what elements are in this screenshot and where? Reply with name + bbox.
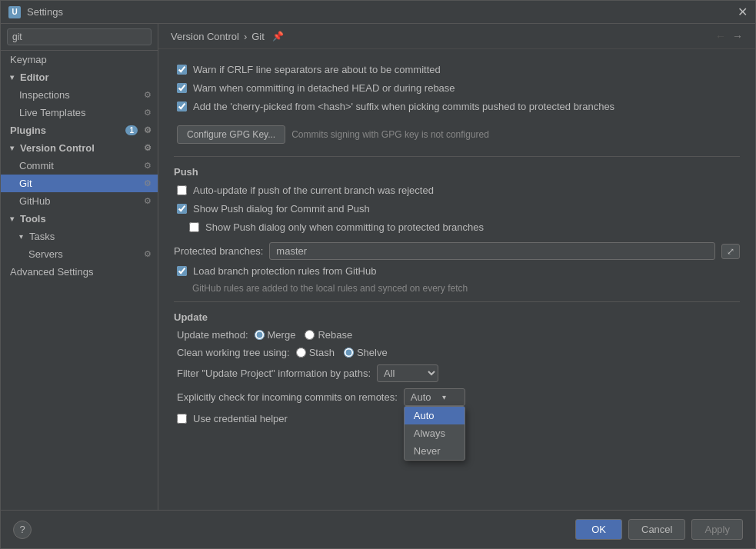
checkbox-cherry-pick-label: Add the 'cherry-picked from <hash>' suff… [193,100,614,114]
radio-shelve-label: Shelve [357,347,388,358]
gear-icon: ⚙ [144,125,152,135]
pin-icon: 📌 [272,31,284,42]
protected-expand-button[interactable]: ⤢ [721,244,740,259]
radio-shelve[interactable]: Shelve [344,347,388,358]
incoming-dropdown-button[interactable]: Auto ▾ [404,388,465,406]
dialog-body: Keymap ▾ Editor Inspections ⚙ [1,24,755,510]
nav-back-arrow[interactable]: ← [715,30,726,42]
dialog-footer: ? OK Cancel Apply [1,510,755,548]
sidebar-item-live-templates[interactable]: Live Templates ⚙ [1,104,158,121]
sidebar-item-label: Git [19,178,32,189]
sidebar-item-github[interactable]: GitHub ⚙ [1,192,158,210]
sidebar-item-label: Advanced Settings [10,266,93,278]
checkbox-show-push-input[interactable] [177,204,187,214]
sidebar-item-tasks[interactable]: ▾ Tasks [1,228,158,245]
protected-branches-label: Protected branches: [174,245,263,257]
radio-rebase-input[interactable] [305,330,315,340]
content-area: Warn if CRLF line separators are about t… [158,49,755,510]
gear-icon: ⚙ [144,108,152,118]
checkbox-show-push-protected-input[interactable] [189,222,199,232]
filter-paths-row: Filter "Update Project" information by p… [174,364,740,382]
configure-gpg-message: Commits signing with GPG key is not conf… [291,129,489,140]
checkbox-cherry-pick-input[interactable] [177,101,187,111]
radio-rebase[interactable]: Rebase [305,329,352,341]
checkbox-cherry-pick: Add the 'cherry-picked from <hash>' suff… [174,100,740,114]
sidebar: Keymap ▾ Editor Inspections ⚙ [1,24,158,510]
checkbox-load-branch-label: Load branch protection rules from GitHub [193,265,376,278]
checkbox-warn-crlf-input[interactable] [177,65,187,75]
radio-merge-input[interactable] [255,330,265,340]
window-title: Settings [27,6,63,18]
sidebar-item-servers[interactable]: Servers ⚙ [1,245,158,263]
nav-arrows: ← → [715,30,743,42]
breadcrumb-parent: Version Control [171,31,239,42]
checkbox-use-credential-input[interactable] [177,414,187,424]
github-rules-helper: GitHub rules are added to the local rule… [174,283,740,294]
cancel-button[interactable]: Cancel [628,519,685,540]
configure-gpg-button[interactable]: Configure GPG Key... [177,125,285,144]
sidebar-item-label: Servers [28,248,63,260]
expand-arrow-tasks: ▾ [19,232,23,241]
checkbox-show-push-dialog: Show Push dialog for Commit and Push [174,202,740,216]
radio-stash-label: Stash [309,347,335,358]
nav-forward-arrow[interactable]: → [732,30,743,42]
app-icon: U [8,6,21,18]
search-input[interactable] [7,28,152,45]
radio-stash[interactable]: Stash [296,347,335,358]
checkbox-warn-detached-input[interactable] [177,83,187,93]
sidebar-item-inspections[interactable]: Inspections ⚙ [1,86,158,104]
update-method-radio-group: Merge Rebase [255,329,353,341]
expand-arrow-editor: ▾ [10,73,14,82]
checkbox-load-branch-input[interactable] [177,266,187,276]
breadcrumb: Version Control › Git 📌 [171,31,284,42]
checkbox-use-credential-label: Use credential helper [193,412,288,426]
dropdown-arrow-icon: ▾ [442,393,446,401]
incoming-dropdown-value: Auto [411,391,431,403]
sidebar-item-editor[interactable]: ▾ Editor [1,68,158,86]
help-button[interactable]: ? [13,521,32,539]
filter-paths-select[interactable]: All Staged Modified [377,364,438,382]
checkbox-show-push-protected: Show Push dialog only when committing to… [174,221,740,235]
title-bar-left: U Settings [8,6,63,18]
sidebar-item-advanced-settings[interactable]: Advanced Settings [1,263,158,281]
gear-icon: ⚙ [144,196,152,206]
protected-branches-input[interactable] [269,242,715,260]
sidebar-item-label: Plugins [10,125,46,136]
incoming-commits-label: Explicitly check for incoming commits on… [177,391,398,403]
apply-button[interactable]: Apply [691,519,743,540]
checkbox-load-branch-protection: Load branch protection rules from GitHub [174,265,740,278]
gear-icon: ⚙ [144,178,152,188]
sidebar-item-label: Live Templates [19,107,85,118]
search-box [1,24,158,51]
breadcrumb-bar: Version Control › Git 📌 ← → [158,24,755,49]
sidebar-item-label: Commit [19,160,54,171]
radio-merge[interactable]: Merge [255,329,296,341]
checkbox-auto-update-label: Auto-update if push of the current branc… [193,184,434,198]
sidebar-item-plugins[interactable]: Plugins 1 ⚙ [1,121,158,139]
sidebar-item-tools[interactable]: ▾ Tools [1,210,158,228]
checkbox-auto-update-input[interactable] [177,185,187,195]
radio-stash-input[interactable] [296,348,306,358]
configure-gpg-row: Configure GPG Key... Commits signing wit… [177,121,740,148]
sidebar-item-label: Keymap [10,54,47,65]
settings-dialog: U Settings ✕ Keymap ▾ Editor [0,0,756,549]
sidebar-item-keymap[interactable]: Keymap [1,51,158,68]
sidebar-item-commit[interactable]: Commit ⚙ [1,157,158,175]
ok-button[interactable]: OK [575,519,622,540]
option-always[interactable]: Always [405,424,465,442]
radio-merge-label: Merge [268,329,296,341]
sidebar-item-git[interactable]: Git ⚙ [1,175,158,192]
radio-shelve-input[interactable] [344,348,354,358]
sidebar-item-version-control[interactable]: ▾ Version Control ⚙ [1,139,158,157]
clean-tree-label: Clean working tree using: [177,347,290,358]
option-never[interactable]: Never [405,442,465,460]
checkbox-show-push-protected-label: Show Push dialog only when committing to… [205,221,484,235]
sidebar-item-label: Editor [20,72,49,83]
close-button[interactable]: ✕ [738,5,748,19]
protected-branches-row: Protected branches: ⤢ [174,242,740,260]
sidebar-item-label: Version Control [20,142,95,154]
footer-left: ? [13,521,32,539]
plugin-badge: 1 [125,125,138,135]
update-method-label: Update method: [177,329,248,341]
option-auto[interactable]: Auto [405,407,465,424]
